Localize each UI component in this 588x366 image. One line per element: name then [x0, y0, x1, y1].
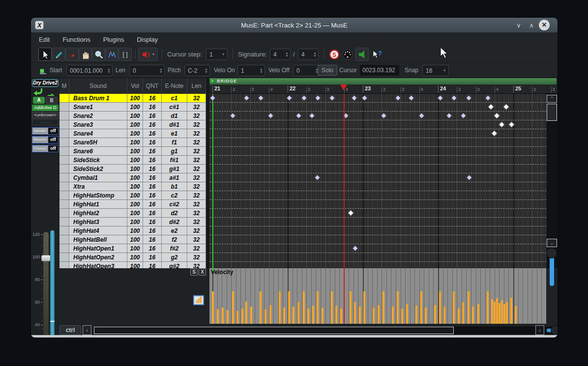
velo-off-spinbox[interactable]: 0 ▲▼	[293, 65, 321, 76]
drum-row[interactable]: HighHat210016d232	[59, 209, 206, 218]
velocity-bar[interactable]	[217, 309, 219, 324]
step-record-button[interactable]: S	[328, 48, 340, 60]
velocity-bar[interactable]	[494, 302, 496, 324]
drum-cell[interactable]: 32	[187, 103, 206, 111]
drum-cell[interactable]	[59, 129, 69, 138]
velocity-bar[interactable]	[496, 298, 498, 324]
velocity-bar[interactable]	[434, 305, 436, 324]
velocity-bar[interactable]	[269, 305, 271, 324]
drum-cell[interactable]: 32	[187, 138, 206, 146]
drum-row[interactable]: SideStick10016f#132	[59, 156, 206, 165]
velocity-bar[interactable]	[260, 291, 262, 324]
drum-cell[interactable]: 100	[127, 138, 143, 146]
drum-cell[interactable]: 32	[187, 129, 206, 138]
zoom-tool-button[interactable]	[92, 48, 105, 61]
hscroll-thumb[interactable]	[94, 327, 454, 334]
signature-numerator-spin[interactable]: 4 ▲▼	[270, 49, 291, 60]
velocity-bar[interactable]	[359, 307, 361, 324]
drum-name-cell[interactable]: HighHat1	[69, 200, 127, 208]
drum-name-cell[interactable]: HighHatOpen3	[69, 262, 127, 268]
drum-row[interactable]: Snare410016e132	[59, 129, 206, 138]
drum-cell[interactable]: 32	[187, 173, 206, 182]
scroll-up-button[interactable]: ⌃	[547, 95, 557, 103]
velocity-bar[interactable]	[227, 310, 229, 324]
drum-cell[interactable]: c1	[162, 94, 187, 102]
drum-cell[interactable]: 32	[187, 209, 206, 217]
velocity-bar[interactable]	[232, 291, 234, 324]
drum-cell[interactable]	[59, 147, 69, 155]
drum-cell[interactable]: 16	[143, 218, 162, 226]
spin-arrows-icon[interactable]: ▲▼	[205, 66, 208, 75]
velocity-bar[interactable]	[472, 307, 474, 324]
drum-row[interactable]: SideStick210016g#132	[59, 165, 206, 173]
velocity-bar[interactable]	[354, 302, 356, 324]
drum-row[interactable]: Xtra10016b132	[59, 182, 206, 191]
instrument-label[interactable]: <unknown>	[32, 112, 59, 118]
drum-cell[interactable]: 16	[143, 129, 162, 138]
drum-cell[interactable]: 16	[143, 94, 162, 102]
drum-name-cell[interactable]: Snare5H	[69, 138, 127, 146]
velocity-bar[interactable]	[458, 309, 460, 324]
velocity-bar[interactable]	[331, 291, 333, 324]
signature-denominator-spin[interactable]: 4 ▲▼	[298, 49, 319, 60]
velocity-bar[interactable]	[350, 291, 352, 324]
maximize-button[interactable]: ∧	[525, 22, 538, 29]
drum-cell[interactable]	[59, 112, 69, 120]
drum-cell[interactable]: g#1	[162, 165, 187, 173]
menu-functions[interactable]: Functions	[62, 36, 90, 43]
velocity-bar[interactable]	[468, 291, 470, 324]
cursor-step-combo[interactable]: 1 ▾	[206, 49, 228, 60]
ctrl-button[interactable]: ctrl	[59, 325, 81, 335]
drum-cell[interactable]: d#1	[162, 120, 187, 129]
drum-cell[interactable]: f#2	[162, 244, 187, 253]
column-header-len[interactable]: Len	[187, 78, 206, 94]
velocity-bar[interactable]	[420, 291, 422, 324]
drum-row[interactable]: HighHat310016d#232	[59, 218, 206, 226]
velocity-solo-button[interactable]: S	[190, 268, 198, 276]
drum-cell[interactable]: 100	[127, 129, 143, 138]
titlebar[interactable]: X MusE: Part <Track 2> 21-25 — MusE ∨ ∧ …	[31, 18, 558, 32]
drum-cell[interactable]: 16	[143, 120, 162, 129]
drum-name-cell[interactable]: HighHatOpen2	[69, 253, 127, 261]
velocity-bar[interactable]	[303, 291, 305, 324]
drum-cell[interactable]: c#2	[162, 200, 187, 208]
chorus-send-row[interactable]: Chorus:off	[32, 145, 59, 152]
drum-cell[interactable]: 16	[143, 156, 162, 164]
drum-name-cell[interactable]: SideStick	[69, 156, 127, 164]
drum-name-cell[interactable]: HighHat2	[69, 209, 127, 217]
drum-cell[interactable]	[59, 182, 69, 191]
drum-cell[interactable]: 32	[187, 244, 206, 253]
drum-cell[interactable]	[59, 226, 69, 235]
drum-cell[interactable]: 16	[143, 112, 162, 120]
drum-cell[interactable]: 100	[127, 94, 143, 102]
bank-b-button[interactable]: B	[46, 97, 58, 104]
velocity-bar[interactable]	[241, 309, 243, 324]
drum-cell[interactable]: 100	[127, 200, 143, 208]
drum-cell[interactable]: 100	[127, 253, 143, 261]
velocity-bar[interactable]	[293, 307, 294, 324]
drum-cell[interactable]: 16	[143, 103, 162, 111]
scroll-right-button[interactable]: ›	[535, 325, 544, 335]
velocity-bar[interactable]	[415, 306, 417, 324]
drum-cell[interactable]: 100	[127, 182, 143, 191]
midi-input-button[interactable]	[341, 48, 353, 60]
snap-combo[interactable]: 16 ▾	[422, 65, 449, 76]
marker-bar[interactable]: BRIDGE	[209, 78, 557, 84]
playhead-marker-icon[interactable]	[340, 84, 347, 90]
drum-cell[interactable]: 16	[143, 262, 162, 268]
drum-cell[interactable]: 32	[187, 94, 206, 102]
drum-row[interactable]: HighHatOpen110016f#232	[59, 244, 206, 253]
route-out-arrow-icon[interactable]	[47, 88, 58, 96]
pointer-tool-button[interactable]	[38, 48, 52, 61]
velocity-bar[interactable]	[406, 304, 408, 324]
column-header-vol[interactable]: Vol	[127, 78, 143, 94]
drum-cell[interactable]	[59, 218, 69, 226]
drum-cell[interactable]: 32	[187, 120, 206, 129]
drum-cell[interactable]: 32	[187, 147, 206, 155]
drum-name-cell[interactable]: Snare1	[69, 103, 127, 111]
drum-cell[interactable]: d#2	[162, 218, 187, 226]
drum-name-cell[interactable]: HighHat4	[69, 226, 127, 235]
velocity-bar[interactable]	[503, 304, 505, 324]
velocity-bar[interactable]	[401, 309, 403, 324]
start-spinbox[interactable]: 0001.01.000 ▲▼	[66, 65, 113, 76]
